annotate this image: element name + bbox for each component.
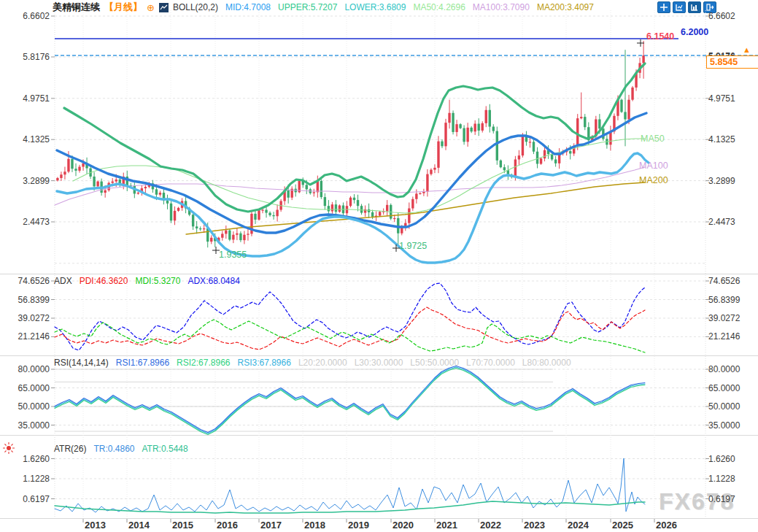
readout-value: MA100:3.7090 bbox=[473, 2, 530, 12]
readout-value: MA200:3.4097 bbox=[537, 2, 594, 12]
period-tag[interactable]: 【月线】 bbox=[104, 1, 142, 14]
indicator-readouts: BOLL(20,2)MID:4.7008UPPER:5.7207LOWER:3.… bbox=[173, 2, 594, 12]
readout-value: MDI:5.3270 bbox=[135, 276, 180, 286]
ma100-line-tag: MA100 bbox=[639, 161, 668, 171]
add-indicator-icon[interactable]: ⊕ bbox=[147, 2, 155, 13]
readout-value: ATR(26) bbox=[54, 444, 86, 454]
ma200-line-tag: MA200 bbox=[639, 175, 668, 185]
readout-value: ATR:0.5448 bbox=[142, 444, 188, 454]
drawn-level-annotation[interactable]: 6.2000 bbox=[681, 27, 708, 37]
readout-value: ADX bbox=[54, 276, 72, 286]
chart-application: 美精铜连续 【月线】 ⊕ BOLL(20,2)MID:4.7008UPPER:5… bbox=[0, 0, 758, 532]
readout-value: UPPER:5.7207 bbox=[278, 2, 337, 12]
atr-panel-header: ATR(26)TR:0.4860ATR:0.5448 bbox=[54, 444, 188, 454]
alert-sunburst-icon[interactable] bbox=[2, 442, 15, 457]
readout-value: RSI2:67.8966 bbox=[177, 358, 230, 368]
low-2020-annotation: 1.9725 bbox=[399, 241, 427, 251]
readout-value: L30:30.0000 bbox=[355, 358, 403, 368]
price-up-arrow-icon: ▲ bbox=[743, 45, 751, 54]
readout-value: TR:0.4860 bbox=[93, 444, 134, 454]
readout-value: L80:80.0000 bbox=[522, 358, 571, 368]
readout-value: RSI3:67.8966 bbox=[238, 358, 291, 368]
readout-value: MA50:4.2696 bbox=[413, 2, 465, 12]
readout-value: MID:4.7008 bbox=[225, 2, 271, 12]
low-2016-annotation: 1.9355 bbox=[219, 250, 247, 260]
symbol-name[interactable]: 美精铜连续 bbox=[53, 1, 100, 14]
readout-value: L70:70.0000 bbox=[466, 358, 515, 368]
candlestick-chart-icon[interactable] bbox=[159, 3, 169, 12]
readout-value: RSI1:67.8966 bbox=[116, 358, 169, 368]
ma50-line-tag: MA50 bbox=[641, 134, 665, 144]
readout-value: ADX:68.0484 bbox=[187, 276, 239, 286]
chart-header: 美精铜连续 【月线】 ⊕ BOLL(20,2)MID:4.7008UPPER:5… bbox=[53, 1, 594, 14]
last-price-tag[interactable]: 5.8545 bbox=[706, 55, 758, 69]
adx-panel-header: ADXPDI:46.3620MDI:5.3270ADX:68.0484 bbox=[54, 276, 240, 286]
readout-value: BOLL(20,2) bbox=[173, 2, 218, 12]
readout-value: LOWER:3.6809 bbox=[344, 2, 406, 12]
readout-value: L50:50.0000 bbox=[410, 358, 459, 368]
readout-value: PDI:46.3620 bbox=[80, 276, 128, 286]
readout-value: L20:20.0000 bbox=[298, 358, 347, 368]
high-price-annotation: 6.1540 bbox=[646, 31, 674, 42]
readout-value: RSI(14,14,14) bbox=[54, 358, 109, 368]
rsi-panel-header: RSI(14,14,14)RSI1:67.8966RSI2:67.8966RSI… bbox=[54, 358, 571, 368]
